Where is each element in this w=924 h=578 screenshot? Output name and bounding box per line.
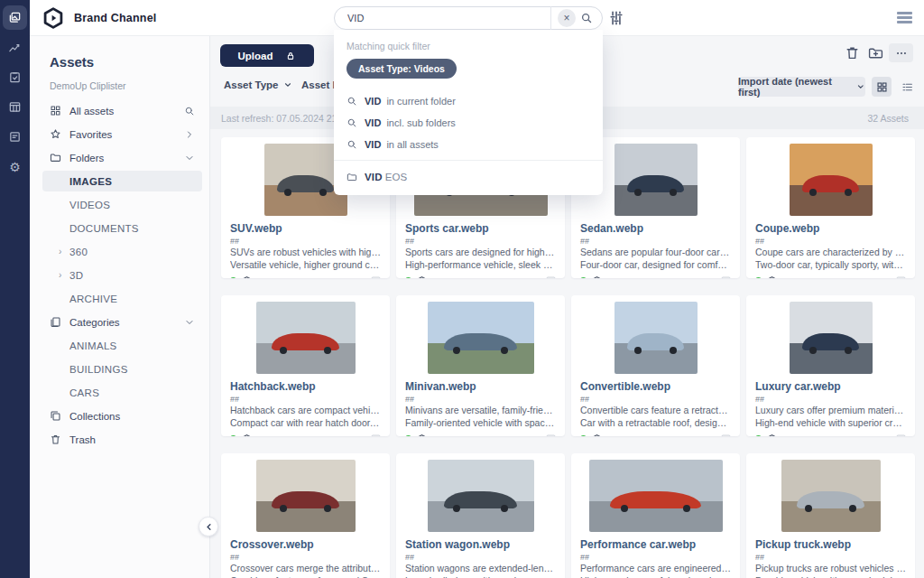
search-icon[interactable] xyxy=(184,106,195,117)
expander-chevron-icon[interactable]: › xyxy=(59,247,62,256)
sidebar-item-favorites[interactable]: Favorites xyxy=(42,124,202,144)
asset-card[interactable]: Crossover.webp ## Crossover cars merge t… xyxy=(221,453,390,578)
chevron-right-icon[interactable] xyxy=(184,129,195,140)
sidebar-item-folder-documents[interactable]: DOCUMENTS xyxy=(42,218,202,238)
asset-time: 21:34 xyxy=(831,275,853,278)
sidebar-item-label: Favorites xyxy=(69,129,112,140)
workspace-name: DemoUp Cliplister xyxy=(50,80,209,91)
sidebar-item-category-animals[interactable]: ANIMALS xyxy=(42,335,202,356)
sidebar-item-folder-archive[interactable]: ARCHIVE xyxy=(42,288,202,309)
sidebar-item-category-cars[interactable]: CARS xyxy=(42,382,202,403)
more-actions-button[interactable] xyxy=(889,43,913,62)
sidebar-item-all-assets[interactable]: All assets xyxy=(42,100,202,121)
rail-item-assets[interactable] xyxy=(3,5,27,30)
asset-description-2: Four-door car, designed for comfort and… xyxy=(580,259,731,271)
collapse-sidebar-button[interactable] xyxy=(199,517,218,536)
upload-button[interactable]: Upload xyxy=(220,44,314,67)
sidebar-item-collections[interactable]: Collections xyxy=(42,406,202,426)
sort-dropdown[interactable]: Import date (newest first) xyxy=(738,77,865,97)
grid-view-icon xyxy=(876,81,888,93)
asset-title[interactable]: Pickup truck.webp xyxy=(755,538,906,551)
sidebar-item-folder-360[interactable]: ›360 xyxy=(42,241,202,262)
folder-plus-icon[interactable] xyxy=(868,45,883,61)
asset-card[interactable]: Minivan.webp ## Minivans are versatile, … xyxy=(396,295,565,436)
asset-format: WEBP xyxy=(864,275,892,278)
list-view-button[interactable] xyxy=(897,77,917,97)
app-window: ⚙ Brand Channel Assets DemoUp Cliplister… xyxy=(0,0,924,578)
collections-icon xyxy=(50,410,61,422)
asset-description-2: Two-door car, typically sporty, with sle… xyxy=(755,259,906,271)
filter-asset-type[interactable]: Asset Type xyxy=(224,79,292,90)
sidebar-item-folder-3d[interactable]: ›3D xyxy=(42,265,202,285)
search-suggestion-2[interactable]: VID incl. sub folders xyxy=(334,114,603,131)
asset-card[interactable]: Coupe.webp ## Coupe cars are characteriz… xyxy=(746,137,915,278)
lock-icon xyxy=(285,51,296,61)
grid-view-button[interactable] xyxy=(872,77,892,97)
quick-filter-pill[interactable]: Asset Type: Videos xyxy=(346,59,457,79)
asset-card[interactable]: Luxury car.webp ## Luxury cars offer pre… xyxy=(746,295,915,436)
grid-icon xyxy=(50,105,61,117)
asset-title[interactable]: SUV.webp xyxy=(230,222,381,235)
tune-icon[interactable] xyxy=(608,10,624,26)
search-bar[interactable]: × xyxy=(334,6,603,30)
asset-title[interactable]: Luxury car.webp xyxy=(755,380,906,393)
asset-title[interactable]: Station wagon.webp xyxy=(405,538,556,551)
chevron-down-icon[interactable] xyxy=(184,317,195,328)
sidebar-item-category-buildings[interactable]: BUILDINGS xyxy=(42,359,202,379)
rail-item-table[interactable] xyxy=(3,95,27,119)
hamburger-menu-icon[interactable] xyxy=(897,12,912,23)
asset-description-1: Minivans are versatile, family-friendly … xyxy=(405,405,556,416)
asset-title[interactable]: Crossover.webp xyxy=(230,538,381,551)
trash-icon[interactable] xyxy=(845,45,860,61)
asset-title[interactable]: Coupe.webp xyxy=(755,222,906,235)
asset-title[interactable]: Sedan.webp xyxy=(580,222,731,235)
asset-description-1: Performance cars are engineered for exc… xyxy=(580,563,731,574)
sidebar-item-folders[interactable]: Folders xyxy=(42,147,202,168)
asset-title[interactable]: Sports car.webp xyxy=(405,222,556,235)
sidebar-item-categories[interactable]: Categories xyxy=(42,312,202,332)
asset-thumbnail xyxy=(571,453,740,536)
asset-tag: ## xyxy=(230,553,381,562)
asset-thumbnail xyxy=(746,295,915,378)
sidebar-item-folder-images[interactable]: IMAGES xyxy=(42,171,202,191)
sidebar-item-folder-videos[interactable]: VIDEOS xyxy=(42,194,202,215)
asset-title[interactable]: Convertible.webp xyxy=(580,380,731,393)
asset-card[interactable]: Pickup truck.webp ## Pickup trucks are r… xyxy=(746,453,915,578)
asset-date: 07.05.2024 xyxy=(607,434,651,436)
folder-icon xyxy=(346,172,357,182)
preview-screen-icon xyxy=(721,434,731,436)
asset-title[interactable]: Minivan.webp xyxy=(405,380,556,393)
asset-description-2: Combines features of cars and SUVs, ver… xyxy=(230,575,381,578)
sidebar-item-trash[interactable]: Trash xyxy=(42,429,202,450)
search-folder-result[interactable]: VIDEOS xyxy=(334,168,603,185)
asset-footer: 07.05.2024 21:34 WEBP xyxy=(405,434,556,436)
asset-card[interactable]: Station wagon.webp ## Station wagons are… xyxy=(396,453,565,578)
asset-thumbnail xyxy=(396,295,565,378)
asset-card[interactable]: Hatchback.webp ## Hatchback cars are com… xyxy=(221,295,390,436)
sidebar-item-label: All assets xyxy=(69,106,114,117)
search-icon[interactable] xyxy=(580,12,593,24)
rail-item-settings[interactable]: ⚙ xyxy=(3,154,27,179)
asset-time: 21:34 xyxy=(306,275,328,278)
rail-item-tasks[interactable] xyxy=(3,65,27,89)
search-suggestion-3[interactable]: VID in all assets xyxy=(334,135,603,153)
asset-date: 07.05.2024 xyxy=(432,434,476,436)
search-input[interactable] xyxy=(347,13,519,23)
asset-title[interactable]: Hatchback.webp xyxy=(230,380,381,393)
asset-card[interactable]: Performance car.webp ## Performance cars… xyxy=(571,453,740,578)
chevron-down-icon[interactable] xyxy=(184,153,195,163)
asset-format: WEBP xyxy=(689,434,716,436)
rail-item-notes[interactable] xyxy=(3,125,27,149)
expander-chevron-icon[interactable]: › xyxy=(59,270,62,280)
preview-screen-icon xyxy=(546,434,556,436)
search-suggestion-1[interactable]: VID in current folder xyxy=(334,92,603,109)
clear-search-icon[interactable]: × xyxy=(558,9,576,27)
asset-time: 21:34 xyxy=(656,434,678,436)
asset-format: WEBP xyxy=(864,434,892,436)
asset-card[interactable]: Convertible.webp ## Convertible cars fea… xyxy=(571,295,740,436)
asset-description-1: Crossover cars merge the attributes of s… xyxy=(230,563,381,574)
asset-title[interactable]: Performance car.webp xyxy=(580,538,731,551)
rail-item-analytics[interactable] xyxy=(3,35,27,60)
asset-thumbnail xyxy=(221,295,390,378)
brand-logo[interactable]: Brand Channel xyxy=(42,6,157,30)
